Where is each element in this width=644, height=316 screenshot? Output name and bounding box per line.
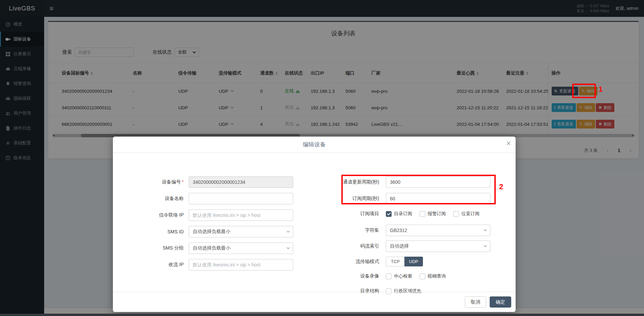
field-recv-ip: 收流 IP — [118, 259, 293, 270]
checkbox-icon[interactable] — [453, 211, 459, 217]
contact-ip-input[interactable] — [189, 209, 293, 221]
chevron-down-icon — [484, 228, 487, 231]
modal-header: 编辑设备 × — [113, 137, 516, 153]
checkbox-icon[interactable] — [420, 211, 425, 217]
alarm-subscribe-checkbox[interactable]: 报警订阅 — [420, 211, 446, 217]
fuzzy-query-checkbox[interactable]: 模糊查询 — [420, 273, 446, 279]
window-scrollbar[interactable] — [0, 314, 644, 316]
udp-option-button[interactable]: UDP — [404, 257, 423, 266]
cancel-button[interactable]: 取消 — [465, 296, 486, 308]
field-subscribe-items: 订阅项目 目录订阅 报警订阅 位置订阅 — [295, 210, 480, 218]
charset-select[interactable]: GB2312 — [386, 225, 490, 236]
field-charset: 字符集 GB2312 — [295, 225, 490, 236]
checkbox-checked-icon[interactable] — [386, 211, 392, 217]
chevron-down-icon — [484, 244, 487, 247]
checkbox-icon[interactable] — [420, 274, 425, 279]
required-mark: * — [182, 179, 184, 184]
chevron-down-icon — [287, 246, 289, 249]
position-subscribe-checkbox[interactable]: 位置订阅 — [453, 211, 480, 217]
sms-group-select[interactable]: 自动选择负载最小 — [189, 242, 293, 254]
stream-index-select[interactable]: 自动选择 — [386, 240, 490, 252]
tcp-option-button[interactable]: TCP — [386, 257, 404, 266]
close-icon[interactable]: × — [506, 139, 511, 147]
field-stream-mode: 流传输模式 TCP UDP — [295, 257, 423, 266]
annotation-number-1: 1 — [599, 85, 603, 94]
field-channel-period: 通道更新周期(秒) — [295, 176, 490, 188]
subscribe-period-input[interactable] — [386, 193, 490, 204]
device-id-input — [189, 176, 293, 188]
field-device-name: 设备名称 — [118, 193, 293, 204]
center-search-checkbox[interactable]: 中心检索 — [386, 273, 412, 279]
catalog-subscribe-checkbox[interactable]: 目录订阅 — [386, 211, 412, 217]
field-sms-id: SMS ID 自动选择负载最小 — [118, 226, 293, 237]
confirm-button[interactable]: 确定 — [490, 296, 511, 308]
channel-period-input[interactable] — [386, 176, 490, 188]
modal-title: 编辑设备 — [303, 141, 326, 148]
field-stream-index: 码流索引 自动选择 — [295, 240, 490, 252]
recv-ip-input[interactable] — [189, 259, 293, 270]
field-device-record: 设备录像 中心检索 模糊查询 — [295, 273, 446, 280]
chevron-down-icon — [287, 230, 289, 232]
field-contact-ip: 信令联络 IP — [118, 209, 293, 221]
annotation-number-2: 2 — [499, 182, 503, 191]
modal-body: 设备编号* 设备名称 信令联络 IP SMS ID 自动选择负载最小 SMS 分… — [113, 153, 516, 292]
device-name-input[interactable] — [189, 193, 293, 204]
edit-device-modal: 编辑设备 × 设备编号* 设备名称 信令联络 IP SMS ID 自动选择负载最… — [113, 137, 516, 312]
modal-footer: 取消 确定 — [113, 292, 516, 312]
field-sms-group: SMS 分组 自动选择负载最小 — [118, 242, 293, 254]
checkbox-icon[interactable] — [386, 274, 392, 279]
sms-id-select[interactable]: 自动选择负载最小 — [189, 226, 293, 237]
field-device-id: 设备编号* — [118, 176, 293, 188]
field-subscribe-period: 订阅周期(秒) — [295, 193, 490, 204]
